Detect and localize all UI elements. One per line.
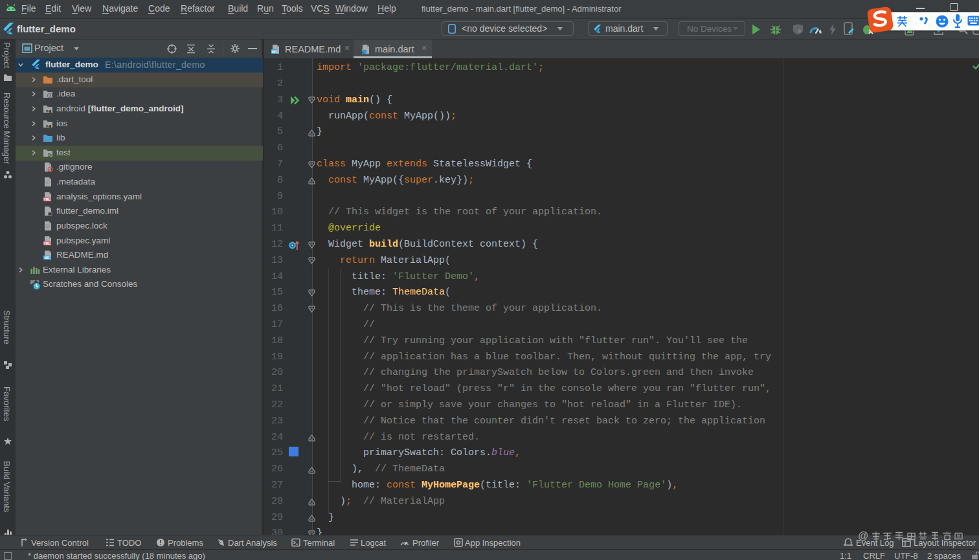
svg-text:MD: MD [45, 256, 50, 260]
svg-text:MD: MD [271, 50, 277, 54]
svg-text:YML: YML [43, 197, 51, 201]
svg-text:YML: YML [43, 241, 51, 245]
